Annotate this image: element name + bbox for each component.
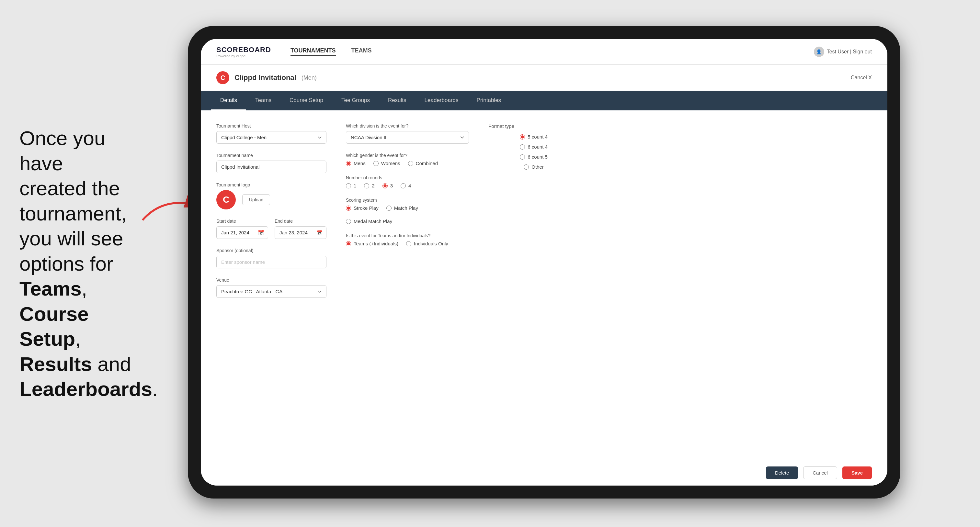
tournament-title-area: C Clippd Invitational (Men) [216,71,317,84]
sidebar-comma1: , [82,278,87,300]
cancel-header-btn[interactable]: Cancel X [851,75,872,81]
sponsor-label: Sponsor (optional) [216,248,326,253]
logo-circle: C [216,190,236,210]
individuals-only[interactable]: Individuals Only [406,241,448,246]
venue-label: Venue [216,278,326,283]
rounds-group: Number of rounds 1 2 3 [346,175,469,188]
tournament-icon: C [216,71,229,84]
rounds-2[interactable]: 2 [364,183,374,188]
tournament-header: C Clippd Invitational (Men) Cancel X [201,65,888,91]
start-date-wrap: 📅 [216,226,268,239]
upload-button[interactable]: Upload [242,194,270,205]
teams-group: Is this event for Teams and/or Individua… [346,233,469,246]
main-form-row: Tournament Host Clippd College - Men Tou… [216,123,575,447]
scoring-group: Scoring system Stroke Play Match Play Me… [346,197,469,224]
logo-area: SCOREBOARD Powered by clippd [216,46,271,58]
start-date-label: Start date [216,219,268,224]
sidebar-comma2: , [75,328,81,350]
right-form: Format type 5 count 4 6 count 4 6 count … [488,123,579,447]
scoring-match[interactable]: Match Play [387,205,418,211]
sponsor-input[interactable] [216,256,326,268]
sidebar-bold1: Teams [19,278,82,300]
rounds-3[interactable]: 3 [382,183,393,188]
gender-womens[interactable]: Womens [374,160,400,166]
gender-group: Which gender is the event for? Mens Wome… [346,153,469,166]
left-form: Tournament Host Clippd College - Men Tou… [216,123,326,447]
end-date-icon: 📅 [316,230,323,236]
sidebar-bold4: Leaderboards [19,378,152,400]
tab-results[interactable]: Results [379,91,415,110]
end-date-group: End date 📅 [275,219,326,239]
tablet-screen: SCOREBOARD Powered by clippd TOURNAMENTS… [201,39,888,486]
scoring-label: Scoring system [346,197,469,203]
tournament-host-group: Tournament Host Clippd College - Men [216,123,326,144]
tournament-logo-label: Tournament logo [216,182,326,187]
gender-mens[interactable]: Mens [346,160,366,166]
gender-label: Which gender is the event for? [346,153,469,158]
cancel-button[interactable]: Cancel [803,467,837,479]
rounds-radio-group: 1 2 3 4 [346,183,469,188]
tab-details[interactable]: Details [211,91,246,110]
sidebar-period: . [152,378,158,400]
sidebar-and: and [92,352,131,375]
sidebar-bold3: Results [19,352,92,375]
form-area: Tournament Host Clippd College - Men Tou… [201,110,888,460]
tab-teams[interactable]: Teams [246,91,280,110]
page-container: Once you havecreated thetournament,you w… [0,0,980,527]
nav-teams[interactable]: TEAMS [352,47,372,56]
delete-button[interactable]: Delete [766,467,798,479]
tab-leaderboards[interactable]: Leaderboards [415,91,468,110]
venue-group: Venue Peachtree GC - Atlanta - GA [216,278,326,298]
scoring-stroke[interactable]: Stroke Play [346,205,379,211]
tournament-name-group: Tournament name [216,153,326,173]
format-group: Format type 5 count 4 6 count 4 6 count … [488,123,579,170]
tournament-logo-group: Tournament logo C Upload [216,182,326,210]
rounds-4[interactable]: 4 [401,183,411,188]
tournament-host-label: Tournament Host [216,123,326,129]
scoring-medal[interactable]: Medal Match Play [346,219,392,224]
format-5count4[interactable]: 5 count 4 [520,134,548,140]
scoring-radio-group: Stroke Play Match Play Medal Match Play [346,205,469,224]
format-label: Format type [488,123,579,129]
nav-tournaments[interactable]: TOURNAMENTS [291,47,336,56]
user-icon: 👤 [814,47,824,57]
venue-select[interactable]: Peachtree GC - Atlanta - GA [216,285,326,298]
nav-user-area: 👤 Test User | Sign out [814,47,872,57]
rounds-1[interactable]: 1 [346,183,356,188]
user-sign-out[interactable]: Test User | Sign out [827,49,872,55]
save-button[interactable]: Save [842,467,872,479]
division-select[interactable]: NCAA Division III [346,131,469,144]
sidebar-line1: Once you havecreated thetournament,you w… [19,127,127,275]
logo-text: SCOREBOARD [216,46,271,54]
tab-tee-groups[interactable]: Tee Groups [332,91,379,110]
nav-links: TOURNAMENTS TEAMS [291,47,814,56]
logo-sub: Powered by clippd [216,54,271,58]
teams-label: Is this event for Teams and/or Individua… [346,233,469,238]
tabs-bar: Details Teams Course Setup Tee Groups Re… [201,91,888,110]
tournament-name-input[interactable] [216,160,326,173]
sponsor-group: Sponsor (optional) [216,248,326,268]
gender-combined[interactable]: Combined [408,160,438,166]
dates-row: Start date 📅 End date 📅 [216,219,326,248]
format-other[interactable]: Other [524,164,544,170]
division-label: Which division is the event for? [346,123,469,129]
tournament-type: (Men) [302,75,317,81]
tab-printables[interactable]: Printables [468,91,511,110]
gender-radio-group: Mens Womens Combined [346,160,469,166]
sidebar-text: Once you havecreated thetournament,you w… [0,106,156,421]
top-nav: SCOREBOARD Powered by clippd TOURNAMENTS… [201,39,888,65]
start-date-icon: 📅 [258,230,264,236]
format-6count5[interactable]: 6 count 5 [520,154,548,160]
start-date-group: Start date 📅 [216,219,268,239]
end-date-wrap: 📅 [275,226,326,239]
teams-radio-group: Teams (+Individuals) Individuals Only [346,241,469,246]
tab-course-setup[interactable]: Course Setup [280,91,332,110]
tournament-name-label: Tournament name [216,153,326,158]
form-footer: Delete Cancel Save [201,460,888,486]
logo-upload-area: C Upload [216,190,326,210]
teams-plus-individuals[interactable]: Teams (+Individuals) [346,241,398,246]
format-6count4[interactable]: 6 count 4 [520,144,548,149]
end-date-label: End date [275,219,326,224]
format-radio-group: 5 count 4 6 count 4 6 count 5 Other [488,134,579,170]
tournament-host-select[interactable]: Clippd College - Men [216,131,326,144]
